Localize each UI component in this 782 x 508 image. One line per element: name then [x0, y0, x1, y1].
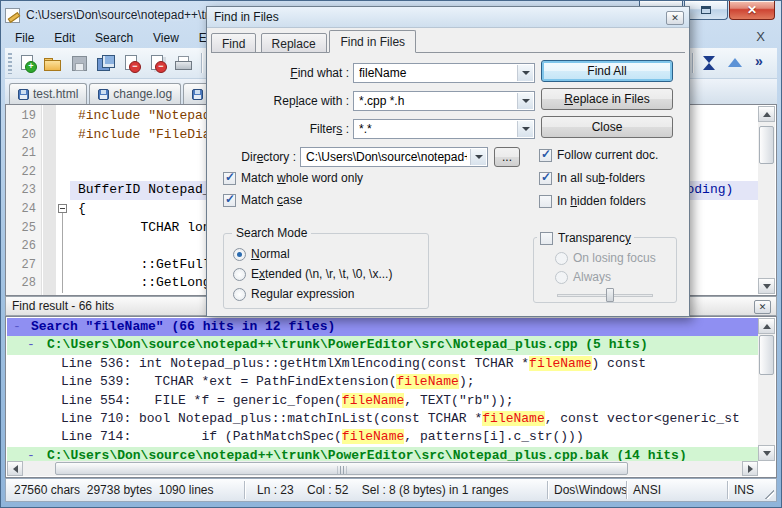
- results-scroll-thumb[interactable]: [759, 335, 774, 375]
- scroll-left-button[interactable]: [7, 461, 23, 476]
- directory-value: C:\Users\Don\source\notepad++\trunl: [306, 150, 467, 164]
- tab-test.html[interactable]: test.html: [9, 83, 87, 104]
- slider-thumb[interactable]: [606, 288, 614, 302]
- status-eol-format[interactable]: Dos\Windows: [548, 479, 626, 501]
- result-fold-marker[interactable]: -: [27, 447, 35, 462]
- maximize-icon: [701, 6, 711, 14]
- find-result-rows: -Search "fileName" (66 hits in 12 files)…: [7, 318, 758, 462]
- dropdown-arrow-icon[interactable]: [517, 93, 533, 109]
- status-encoding[interactable]: ANSI: [627, 479, 727, 501]
- replace-with-value: *.cpp *.h: [359, 94, 514, 108]
- toolbar-separator: [692, 53, 693, 73]
- results-horizontal-scrollbar[interactable]: [7, 461, 758, 476]
- results-vertical-scrollbar[interactable]: [758, 318, 775, 461]
- result-row-hit[interactable]: Line 710: bool Notepad_plus::matchInList…: [7, 410, 758, 428]
- tab-label: test.html: [33, 87, 78, 101]
- new-file-button[interactable]: [15, 51, 39, 75]
- result-row-hit[interactable]: Line 536: int Notepad_plus::getHtmlXmlEn…: [7, 355, 758, 373]
- in-all-subfolders-checkbox[interactable]: In all sub-folders: [539, 171, 645, 185]
- transparency-always-radio[interactable]: Always: [555, 270, 611, 284]
- resize-grip[interactable]: [760, 483, 776, 501]
- dropdown-arrow-icon[interactable]: [517, 65, 533, 81]
- collapse-all-button[interactable]: [697, 51, 721, 75]
- filters-combo[interactable]: *.*: [353, 119, 535, 139]
- results-hscroll-thumb[interactable]: [55, 462, 628, 475]
- dialog-close-button[interactable]: ✕: [666, 11, 684, 25]
- scroll-up-button[interactable]: [758, 106, 775, 122]
- tab-change.log[interactable]: change.log: [89, 83, 181, 104]
- find-result-panel[interactable]: -Search "fileName" (66 hits in 12 files)…: [5, 316, 777, 478]
- dialog-tab-find-in-files[interactable]: Find in Files: [329, 30, 416, 53]
- menu-file[interactable]: File: [5, 29, 44, 47]
- radio-unselected-icon: [233, 268, 246, 281]
- menu-search[interactable]: Search: [85, 29, 143, 47]
- in-hidden-folders-checkbox[interactable]: In hidden folders: [539, 194, 646, 208]
- match-highlight: fileName: [342, 393, 404, 408]
- overflow-button[interactable]: [749, 51, 773, 75]
- close-document-x-button[interactable]: X: [756, 29, 765, 44]
- find-what-combo[interactable]: fileName: [353, 63, 535, 83]
- result-row-search[interactable]: -Search "fileName" (66 hits in 12 files): [7, 318, 758, 336]
- transparency-checkbox[interactable]: Transparency: [537, 231, 634, 245]
- result-row-hit[interactable]: Line 554: FILE *f = generic_fopen(fileNa…: [7, 392, 758, 410]
- dropdown-arrow-icon[interactable]: [517, 121, 533, 137]
- radio-label: Normal: [251, 247, 290, 261]
- in-hidden-folders-label: In hidden folders: [557, 194, 646, 208]
- result-fold-marker[interactable]: -: [27, 336, 35, 354]
- tab-label: change.log: [113, 87, 172, 101]
- close-button[interactable]: Close: [541, 116, 673, 138]
- editor-vertical-scrollbar[interactable]: [758, 106, 775, 294]
- menu-view[interactable]: View: [143, 29, 189, 47]
- line-number: 28: [6, 274, 36, 293]
- save-all-button[interactable]: [93, 51, 117, 75]
- scroll-thumb-grip: [337, 466, 346, 474]
- search-mode-normal-radio[interactable]: Normal: [233, 247, 290, 261]
- open-file-button[interactable]: [41, 51, 65, 75]
- result-row-hit[interactable]: Line 714: if (PathMatchSpec(fileName, pa…: [7, 428, 758, 446]
- editor-scroll-thumb[interactable]: [759, 126, 774, 164]
- result-row-file[interactable]: -C:\Users\Don\source\notepad++\trunk\Pow…: [7, 336, 758, 354]
- close-button[interactable]: ✕: [729, 1, 775, 20]
- dialog-tab-find[interactable]: Find: [211, 33, 256, 53]
- scroll-right-button[interactable]: [742, 461, 758, 476]
- result-fold-marker[interactable]: -: [13, 318, 21, 336]
- find-result-close-button[interactable]: ✕: [754, 300, 771, 314]
- match-whole-word-checkbox[interactable]: Match whole word only: [223, 171, 363, 185]
- maximize-button[interactable]: [684, 1, 728, 20]
- match-case-checkbox[interactable]: Match case: [223, 193, 302, 207]
- save-button[interactable]: [67, 51, 91, 75]
- close-file-button[interactable]: [119, 51, 143, 75]
- result-row-hit[interactable]: Line 539: TCHAR *ext = PathFindExtension…: [7, 373, 758, 391]
- transparency-slider[interactable]: [557, 288, 653, 302]
- close-all-icon: [148, 54, 166, 72]
- follow-current-doc-checkbox[interactable]: Follow current doc.: [539, 148, 658, 162]
- menu-edit[interactable]: Edit: [44, 29, 85, 47]
- expand-all-button[interactable]: [723, 51, 747, 75]
- find-all-button[interactable]: Find All: [541, 60, 673, 82]
- transparency-on-losing-focus-radio[interactable]: On losing focus: [555, 251, 656, 265]
- result-text: C:\Users\Don\source\notepad++\trunk\Powe…: [47, 336, 648, 354]
- dialog-title-bar[interactable]: Find in Files: [207, 7, 689, 28]
- toolbar-grip[interactable]: [8, 53, 12, 74]
- directory-combo[interactable]: C:\Users\Don\source\notepad++\trunl: [300, 147, 488, 167]
- close-all-button[interactable]: [145, 51, 169, 75]
- dropdown-arrow-icon[interactable]: [470, 149, 486, 165]
- scroll-down-button[interactable]: [758, 278, 775, 294]
- replace-with-combo[interactable]: *.cpp *.h: [353, 91, 535, 111]
- scroll-up-button[interactable]: [758, 318, 775, 334]
- collapse-all-icon: [700, 54, 718, 72]
- replace-in-files-button[interactable]: Replace in Files: [541, 88, 673, 110]
- print-button[interactable]: [171, 51, 195, 75]
- fold-collapse-marker[interactable]: [58, 204, 67, 213]
- search-mode-regular-radio[interactable]: Regular expression: [233, 287, 354, 301]
- line-number: 19: [6, 107, 36, 126]
- scroll-down-button[interactable]: [758, 445, 775, 461]
- dialog-tab-replace[interactable]: Replace: [261, 33, 327, 53]
- checkbox-unchecked-icon: [539, 195, 552, 208]
- directory-browse-button[interactable]: ...: [494, 147, 520, 167]
- status-typing-mode[interactable]: INS: [728, 479, 760, 501]
- result-text: Search "fileName" (66 hits in 12 files): [31, 318, 335, 336]
- overflow-icon: [752, 54, 770, 72]
- result-row-file[interactable]: -C:\Users\Don\source\notepad++\trunk\Pow…: [7, 447, 758, 462]
- search-mode-extended-radio[interactable]: Extended (\n, \r, \t, \0, \x...): [233, 267, 392, 281]
